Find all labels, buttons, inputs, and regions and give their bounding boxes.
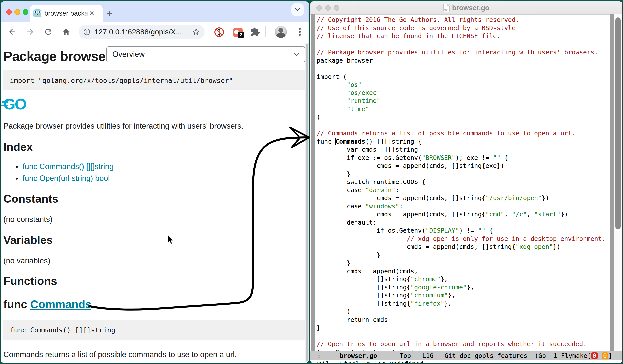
chrome-window: browser package - golang.org ✕ + 127.0.0… bbox=[1, 1, 309, 363]
commands-link[interactable]: Commands bbox=[30, 298, 91, 311]
back-button[interactable] bbox=[8, 27, 17, 36]
forward-button[interactable] bbox=[26, 27, 35, 36]
extension-icon[interactable]: 2 bbox=[233, 28, 243, 37]
home-button[interactable] bbox=[62, 27, 71, 36]
modeline-state: -:--- bbox=[313, 352, 340, 359]
list-item: • func Open(url string) bool bbox=[16, 174, 114, 183]
macos-close-button[interactable] bbox=[6, 9, 12, 15]
func-commands-heading: func Commands bbox=[3, 298, 91, 311]
macos-minimize-button[interactable] bbox=[14, 9, 20, 15]
index-list: • func Commands() [][]string • func Open… bbox=[16, 162, 114, 185]
extension-badge: 2 bbox=[238, 32, 244, 38]
section-heading-variables: Variables bbox=[3, 234, 53, 247]
tab-close-icon[interactable]: ✕ bbox=[89, 10, 95, 17]
flymake-warning-count[interactable]: 0 bbox=[602, 352, 608, 359]
func-doc-text: Commands returns a list of possible comm… bbox=[3, 350, 237, 359]
emacs-scrollbar-track[interactable] bbox=[614, 14, 622, 351]
index-link-open[interactable]: func Open(url string) bool bbox=[23, 174, 110, 183]
chevron-down-icon bbox=[295, 8, 300, 11]
doc-page: Package browser Overview import "golang.… bbox=[1, 41, 309, 363]
section-heading-constants: Constants bbox=[3, 192, 58, 205]
page-title: Package browser bbox=[3, 48, 110, 64]
toolbar-divider bbox=[265, 26, 266, 37]
emacs-left-scrollbar[interactable] bbox=[311, 14, 315, 351]
list-item: • func Commands() [][]string bbox=[16, 162, 114, 171]
new-tab-button[interactable]: + bbox=[106, 8, 113, 19]
emacs-window-title: GO browser.go bbox=[310, 1, 622, 14]
modeline-position-modes: Top L16 Git-doc-gopls-features (Go -1 Fl… bbox=[377, 352, 591, 359]
index-link-commands[interactable]: func Commands() [][]string bbox=[23, 162, 114, 171]
browser-tab[interactable]: browser package - golang.org ✕ bbox=[30, 5, 103, 22]
doc-nav-selected-value: Overview bbox=[112, 50, 145, 59]
emacs-title-text: browser.go bbox=[452, 4, 489, 12]
browser-menu-icon[interactable] bbox=[295, 27, 304, 36]
page-scrollbar[interactable] bbox=[305, 43, 309, 363]
url-text[interactable]: 127.0.0.1:62888/gopls/X... bbox=[94, 28, 192, 36]
section-heading-functions: Functions bbox=[3, 275, 57, 288]
package-intro: Package browser provides utilities for i… bbox=[3, 122, 243, 131]
extensions-menu-icon[interactable] bbox=[250, 27, 260, 37]
tab-strip: browser package - golang.org ✕ + bbox=[1, 1, 309, 22]
no-constants-text: (no constants) bbox=[3, 215, 52, 224]
scroll-blocker-extension-icon[interactable] bbox=[214, 27, 224, 37]
file-document-icon: GO bbox=[443, 4, 450, 12]
tab-search-button[interactable] bbox=[291, 3, 304, 16]
emacs-window: GO browser.go // Copyright 2016 The Go A… bbox=[310, 1, 622, 363]
chevron-down-icon bbox=[294, 53, 299, 56]
profile-avatar[interactable] bbox=[275, 26, 287, 38]
go-gopher-favicon bbox=[33, 9, 41, 17]
emacs-titlebar[interactable]: GO browser.go bbox=[310, 1, 622, 15]
emacs-echo-area: <nil> <wheel-up> is undefined bbox=[310, 360, 622, 363]
go-logo: GO bbox=[3, 97, 26, 112]
macos-zoom-button[interactable] bbox=[23, 9, 28, 15]
address-bar[interactable]: 127.0.0.1:62888/gopls/X... bbox=[79, 25, 205, 39]
emacs-scrollbar-thumb[interactable] bbox=[615, 17, 621, 229]
doc-nav-select[interactable]: Overview bbox=[106, 46, 305, 62]
site-info-icon[interactable] bbox=[83, 28, 90, 36]
flymake-error-count[interactable]: 0 bbox=[591, 352, 598, 359]
func-signature-block: func Commands() [][]string bbox=[3, 320, 305, 340]
emacs-code[interactable]: // Copyright 2016 The Go Authors. All ri… bbox=[317, 16, 610, 351]
section-heading-index: Index bbox=[3, 141, 33, 154]
bookmark-star-icon[interactable] bbox=[192, 28, 200, 36]
import-code-block: import "golang.org/x/tools/gopls/interna… bbox=[3, 70, 305, 90]
no-variables-text: (no variables) bbox=[3, 256, 50, 265]
tab-title: browser package - golang.org bbox=[44, 10, 89, 17]
reload-button[interactable] bbox=[44, 27, 53, 36]
emacs-modeline[interactable]: -:--- browser.go Top L16 Git-doc-gopls-f… bbox=[310, 351, 622, 360]
emacs-right-bar bbox=[610, 14, 614, 351]
browser-toolbar: 127.0.0.1:62888/gopls/X... 2 bbox=[1, 22, 309, 42]
page-scrollbar-thumb[interactable] bbox=[306, 44, 308, 361]
modeline-buffer-name[interactable]: browser.go bbox=[340, 352, 377, 359]
